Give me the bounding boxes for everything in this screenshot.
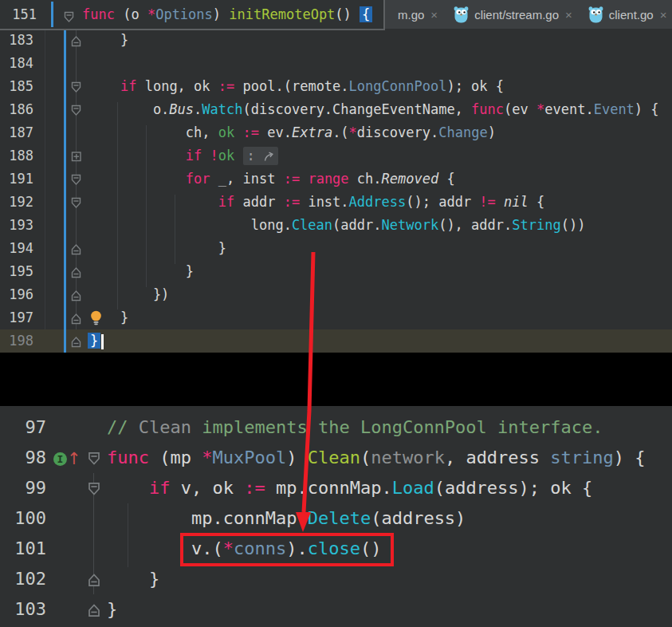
close-icon[interactable]: × [565, 8, 572, 22]
code-token: event. [544, 101, 593, 117]
line-number: 98 [0, 443, 51, 473]
code-line-row[interactable]: 196 }) [0, 283, 672, 306]
code-line[interactable]: } [107, 599, 117, 619]
code-line-row[interactable]: 101 v.(*conns).close() [0, 534, 672, 564]
code-token: ) { [614, 448, 646, 467]
fold-toggle-icon[interactable] [88, 603, 100, 617]
fold-toggle-icon[interactable] [88, 482, 100, 496]
fold-toggle-icon[interactable] [71, 313, 81, 325]
fold-toggle-icon[interactable] [71, 104, 81, 116]
editor-bottom-pane[interactable]: 97// Clean implements the LongConnPool i… [0, 406, 672, 627]
code-line[interactable]: mp.connMap.Delete(address) [107, 508, 466, 528]
code-line[interactable]: func (mp *MuxPool) Clean(network, addres… [107, 448, 646, 467]
code-line-row[interactable]: 188 if !ok : [0, 144, 672, 168]
code-token: * [223, 538, 234, 558]
close-icon[interactable]: × [660, 8, 667, 22]
close-icon[interactable]: × [430, 8, 438, 22]
code-token: Load [392, 478, 434, 498]
fold-toggle-icon[interactable] [71, 290, 81, 302]
tab-m-go[interactable]: m.go × [384, 0, 446, 29]
code-line[interactable]: } [88, 263, 194, 279]
code-line[interactable]: } [88, 333, 104, 349]
code-token: (), addr. [438, 217, 512, 233]
code-token: } [107, 569, 159, 589]
code-line[interactable]: if addr := inst.Address(); addr != nil { [88, 194, 544, 210]
code-line-row[interactable]: 100 mp.connMap.Delete(address) [0, 503, 672, 534]
fold-column [71, 144, 88, 168]
code-token: String [512, 217, 560, 233]
code-line[interactable]: func (o *Options) initRemoteOpt() { [82, 0, 372, 29]
navigate-up-icon[interactable]: ↑ [67, 449, 81, 468]
code-line-row[interactable]: 192 if addr := inst.Address(); addr != n… [0, 191, 672, 214]
code-token [496, 194, 504, 210]
code-line-row[interactable]: 195 } [0, 260, 672, 283]
fold-toggle-icon[interactable] [71, 266, 81, 278]
code-token: .( [332, 124, 348, 140]
pinned-declaration-line[interactable]: 151 func (o *Options) initRemoteOpt() { [0, 0, 385, 30]
code-line-row[interactable]: 103} [0, 594, 672, 625]
implements-interface-icon[interactable]: I [53, 452, 67, 466]
tab-client-stream-go[interactable]: client/stream.go × [446, 0, 580, 29]
fold-toggle-icon[interactable] [71, 35, 81, 47]
code-line[interactable]: // Clean implements the LongConnPool int… [107, 417, 603, 437]
code-line-row[interactable]: 99 if v, ok := mp.connMap.Load(address);… [0, 473, 672, 503]
fold-toggle-icon[interactable] [71, 197, 81, 209]
code-line-row[interactable]: 194 } [0, 237, 672, 260]
line-number: 185 [0, 75, 37, 98]
code-line-row[interactable]: 198} [0, 329, 672, 353]
code-line[interactable]: if !ok : [88, 147, 278, 165]
code-line[interactable]: o.Bus.Watch(discovery.ChangeEventName, f… [88, 101, 659, 117]
code-line-row[interactable]: 98I↑func (mp *MuxPool) Clean(network, ad… [0, 443, 672, 473]
code-line[interactable]: } [88, 32, 128, 48]
code-line-row[interactable]: 191 for _, inst := range ch.Removed { [0, 168, 672, 191]
code-token: v, ok [170, 478, 244, 498]
code-line[interactable]: long.Clean(addr.Network(), addr.String()… [88, 217, 585, 233]
code-line[interactable]: if v, ok := mp.connMap.Load(address); ok… [107, 478, 592, 498]
line-number: 186 [0, 98, 37, 121]
fold-toggle-icon[interactable] [71, 81, 81, 93]
tab-client-go[interactable]: client.go × [580, 0, 672, 29]
code-token [88, 194, 218, 210]
code-line[interactable]: ch, ok := ev.Extra.(*discovery.Change) [88, 124, 496, 140]
fold-toggle-icon[interactable] [71, 174, 81, 186]
fold-toggle-icon[interactable] [88, 573, 100, 587]
code-token [107, 478, 149, 498]
code-line[interactable]: for _, inst := range ch.Removed { [88, 171, 455, 187]
code-line-row[interactable]: 197 } [0, 306, 672, 329]
fold-toggle-icon[interactable] [88, 452, 100, 466]
fold-column [71, 98, 88, 121]
code-token: * [349, 124, 357, 140]
fold-expand-icon[interactable] [71, 151, 81, 163]
editor-top-pane[interactable]: 183 }184185 if long, ok := pool.(remote.… [0, 29, 672, 353]
code-line[interactable]: if long, ok := pool.(remote.LongConnPool… [88, 78, 504, 94]
code-line-row[interactable]: 186 o.Bus.Watch(discovery.ChangeEventNam… [0, 98, 672, 121]
code-line-row[interactable]: 185 if long, ok := pool.(remote.LongConn… [0, 75, 672, 98]
fold-toggle-icon[interactable] [71, 336, 81, 348]
code-line[interactable]: } [107, 569, 159, 589]
code-line-row[interactable]: 193 long.Clean(addr.Network(), addr.Stri… [0, 214, 672, 237]
code-line-row[interactable]: 102 } [0, 564, 672, 594]
code-token: mp.connMap. [107, 508, 308, 528]
code-token: MuxPool [212, 448, 286, 467]
folded-region[interactable]: : [243, 147, 278, 165]
code-token: (mp [149, 448, 202, 467]
fold-toggle-icon[interactable] [64, 11, 74, 23]
code-token: (addr. [332, 217, 381, 233]
code-line[interactable]: } [88, 240, 226, 256]
code-token: // [107, 417, 139, 437]
fold-toggle-icon[interactable] [71, 243, 81, 255]
separator-band [0, 353, 672, 406]
code-line-row[interactable]: 184 [0, 52, 672, 75]
code-line-row[interactable]: 97// Clean implements the LongConnPool i… [0, 412, 672, 443]
code-token [202, 148, 210, 164]
code-line-row[interactable]: 183 } [0, 29, 672, 52]
code-token: := [243, 124, 259, 140]
code-line-row[interactable]: 187 ch, ok := ev.Extra.(*discovery.Chang… [0, 121, 672, 144]
intention-bulb-icon[interactable] [89, 310, 103, 325]
line-number: 194 [0, 237, 37, 260]
code-line[interactable]: }) [88, 286, 169, 302]
code-line[interactable]: v.(*conns).close() [107, 538, 381, 558]
line-number: 100 [0, 503, 51, 534]
line-number: 191 [0, 168, 37, 191]
code-token: { [438, 171, 454, 187]
